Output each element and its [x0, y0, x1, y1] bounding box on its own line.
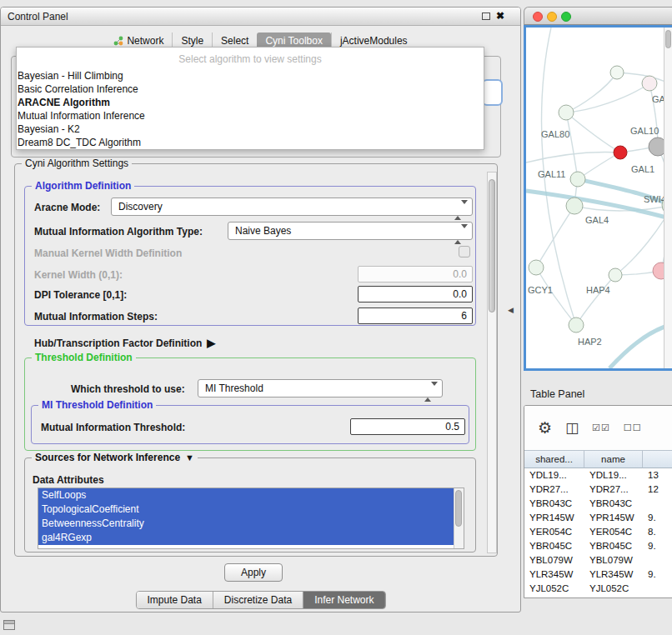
kernel-width-label: Kernel Width (0,1):: [34, 269, 123, 281]
algorithm-option[interactable]: ARACNE Algorithm: [17, 96, 484, 109]
scrollbar-thumb[interactable]: [665, 30, 671, 48]
table-row[interactable]: YDL19...YDL19...13: [524, 468, 672, 482]
attribute-list-item[interactable]: SelfLoops: [38, 488, 454, 502]
network-window-titlebar[interactable]: [524, 7, 672, 25]
scrollbar-thumb[interactable]: [489, 179, 495, 312]
manual-kernel-width-label: Manual Kernel Width Definition: [34, 248, 182, 259]
tab-infer-network[interactable]: Infer Network: [303, 592, 384, 608]
table-row[interactable]: YLR345WYLR345W9.: [524, 568, 672, 582]
algorithm-combobox-fragment[interactable]: [482, 79, 503, 106]
table-row[interactable]: YBR043CYBR043C: [524, 497, 672, 511]
table-cell: YBL079W: [584, 553, 643, 568]
control-panel-title: Control Panel: [8, 11, 68, 22]
network-node-label: GAL10: [630, 126, 659, 136]
network-node[interactable]: [609, 268, 622, 282]
network-edge: [566, 112, 620, 152]
network-node[interactable]: [642, 76, 657, 91]
table-cell: 9.: [643, 539, 672, 553]
gear-icon[interactable]: ⚙: [538, 418, 552, 438]
mi-threshold-input[interactable]: [350, 418, 465, 435]
data-attributes-list[interactable]: SelfLoopsTopologicalCoefficientBetweenne…: [38, 488, 464, 549]
tab-impute-data[interactable]: Impute Data: [136, 592, 212, 608]
scrollbar-thumb[interactable]: [455, 490, 462, 527]
minimized-panel-icon[interactable]: [3, 620, 15, 630]
table-cell: YER054C: [524, 525, 584, 539]
close-icon[interactable]: ✖: [496, 10, 504, 22]
network-canvas[interactable]: GALGAL80GAL10GAL11GAL1SWI4GAL4GCY1HAP4YH…: [524, 25, 672, 371]
algorithm-option[interactable]: Mutual Information Inference: [17, 109, 484, 122]
column-header-name[interactable]: name: [584, 450, 643, 468]
table-body: YDL19...YDL19...13YDR27...YDR27...12YBR0…: [524, 468, 672, 598]
mi-algorithm-type-select[interactable]: Naive Bayes: [228, 222, 473, 240]
network-node[interactable]: [649, 138, 664, 156]
combo-stepper-icon: [424, 383, 438, 400]
algorithm-option[interactable]: Dream8 DC_TDC Algorithm: [17, 136, 484, 149]
algorithm-dropdown-popup: Select algorithm to view settings Bayesi…: [16, 47, 484, 150]
table-cell: YBR043C: [584, 497, 643, 511]
network-node[interactable]: [569, 318, 584, 332]
algorithm-option[interactable]: Bayesian - K2: [17, 122, 484, 136]
minimize-traffic-light[interactable]: [547, 12, 557, 22]
float-window-icon[interactable]: [482, 12, 490, 20]
tab-label: Network: [127, 35, 163, 47]
table-row[interactable]: YJL052CYJL052C: [524, 582, 672, 596]
sources-group-title[interactable]: Sources for Network Inference▼: [32, 452, 198, 463]
mi-steps-input[interactable]: [358, 308, 473, 324]
table-cell: 13: [643, 468, 672, 482]
table-row[interactable]: YBR045CYBR045C9.: [524, 539, 672, 553]
attributes-list-scrollbar[interactable]: [454, 488, 464, 548]
network-view-window: GALGAL80GAL10GAL11GAL1SWI4GAL4GCY1HAP4YH…: [524, 7, 672, 371]
control-panel-titlebar[interactable]: Control Panel ✖: [1, 8, 520, 26]
mi-steps-label: Mutual Information Steps:: [34, 311, 158, 322]
settings-group-title: Cyni Algorithm Settings: [22, 158, 132, 169]
network-node[interactable]: [610, 66, 624, 79]
column-header-extra[interactable]: [643, 450, 672, 468]
table-row[interactable]: YPR145WYPR145W9.: [524, 511, 672, 525]
bottom-tab-bar: Impute Data Discretize Data Infer Networ…: [135, 591, 385, 609]
close-traffic-light[interactable]: [533, 12, 543, 22]
mi-threshold-definition-title: MI Threshold Definition: [38, 399, 156, 411]
network-node[interactable]: [566, 198, 583, 214]
algorithm-placeholder-option[interactable]: Select algorithm to view settings: [17, 48, 484, 69]
hub-definition-toggle[interactable]: Hub/Transcription Factor Definition▶: [34, 337, 215, 349]
network-graph[interactable]: GALGAL80GAL10GAL11GAL1SWI4GAL4GCY1HAP4YH…: [526, 28, 664, 368]
tab-label: jActiveModules: [340, 35, 408, 47]
network-node[interactable]: [653, 262, 664, 279]
settings-vertical-scrollbar[interactable]: [487, 172, 497, 553]
attribute-list-item[interactable]: TopologicalCoefficient: [38, 502, 454, 517]
table-row[interactable]: YDR27...YDR27...12: [524, 482, 672, 497]
manual-kernel-width-checkbox[interactable]: [459, 246, 470, 258]
network-node-label: HAP2: [578, 337, 602, 347]
attribute-list-item[interactable]: BetweennessCentrality: [38, 517, 454, 531]
mi-algorithm-type-label: Mutual Information Algorithm Type:: [34, 226, 203, 238]
data-attributes-items: SelfLoopsTopologicalCoefficientBetweenne…: [38, 488, 464, 545]
table-row[interactable]: YBL079WYBL079W: [524, 553, 672, 568]
deselect-all-icon[interactable]: ☐☐: [624, 422, 642, 433]
select-all-icon[interactable]: ☑☑: [592, 422, 610, 433]
network-node[interactable]: [614, 146, 627, 159]
aracne-mode-select[interactable]: Discovery: [111, 198, 473, 216]
network-node[interactable]: [529, 260, 544, 275]
attribute-list-item[interactable]: gal4RGexp: [38, 531, 454, 545]
table-panel-title: Table Panel: [530, 388, 584, 400]
columns-icon[interactable]: ◫: [565, 419, 579, 437]
network-vertical-scrollbar[interactable]: [664, 28, 672, 368]
tab-discretize-data[interactable]: Discretize Data: [213, 592, 303, 608]
table-cell: YBR045C: [524, 539, 584, 553]
column-header-shared-name[interactable]: shared...: [524, 450, 584, 468]
zoom-traffic-light[interactable]: [561, 12, 571, 22]
dpi-tolerance-input[interactable]: [358, 286, 473, 302]
network-node[interactable]: [559, 105, 574, 120]
which-threshold-select[interactable]: MI Threshold: [198, 379, 443, 398]
mi-threshold-label: Mutual Information Threshold:: [41, 422, 185, 433]
table-row[interactable]: YER054CYER054C8.: [524, 525, 672, 539]
splitter-collapse-icon[interactable]: ◀: [508, 306, 514, 314]
algorithm-option[interactable]: Basic Correlation Inference: [17, 82, 484, 96]
network-node[interactable]: [570, 172, 585, 187]
algorithm-option[interactable]: Bayesian - Hill Climbing: [17, 69, 484, 82]
apply-button[interactable]: Apply: [224, 563, 283, 582]
sources-title-label: Sources for Network Inference: [35, 452, 180, 463]
which-threshold-value: MI Threshold: [205, 382, 263, 394]
table-cell: 9.: [643, 568, 672, 582]
network-edge: [536, 268, 576, 325]
